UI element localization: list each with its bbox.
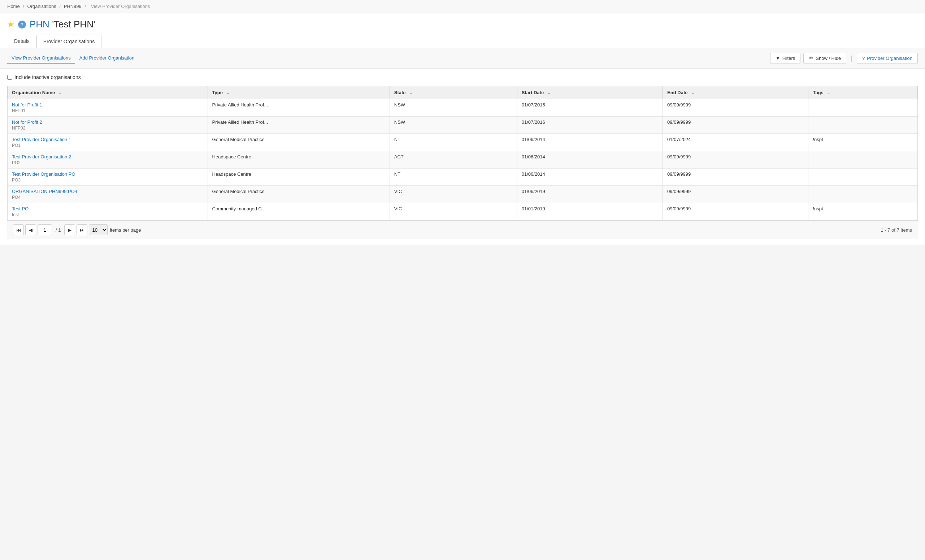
cell-type: Private Allied Health Prof... [208, 99, 390, 117]
breadcrumb-organisations[interactable]: Organisations [27, 4, 56, 9]
help-circle-icon: ? [862, 56, 865, 61]
items-per-page-container: 10 25 50 100 items per page [89, 224, 141, 235]
breadcrumb-current: View Provider Organisations [91, 4, 150, 9]
filters-button[interactable]: ▼ Filters [770, 53, 800, 64]
col-header-start-date[interactable]: Start Date ⌄ [517, 86, 663, 99]
cell-end-date: 09/09/9999 [663, 99, 808, 117]
table-header: Organisation Name ⌄ Type ⌄ State ⌄ Start… [8, 86, 918, 99]
filter-row: Include inactive organisations [7, 74, 918, 80]
page-title-row: ★ ? PHN 'Test PHN' [7, 19, 918, 30]
pagination-controls: ⏮ ◀ / 1 ▶ ⏭ 10 25 50 100 items per page [13, 224, 141, 235]
provider-organisations-table: Organisation Name ⌄ Type ⌄ State ⌄ Start… [7, 86, 918, 221]
sort-tags-icon: ⌄ [827, 90, 830, 95]
org-code: NFP02 [12, 126, 203, 131]
sort-state-icon: ⌄ [409, 90, 412, 95]
show-hide-button[interactable]: 👁 Show / Hide [803, 53, 846, 64]
cell-org-name: Test Provider Organisation PO PO3 [8, 168, 208, 186]
table-row: Test Provider Organisation 2 PO2 Headspa… [8, 151, 918, 168]
cell-org-name: Test Provider Organisation 2 PO2 [8, 151, 208, 168]
sort-start-date-icon: ⌄ [547, 90, 551, 95]
org-name-link[interactable]: Test PO [12, 206, 203, 212]
cell-end-date: 09/09/9999 [663, 186, 808, 203]
content-area: View Provider Organisations Add Provider… [0, 48, 925, 245]
provider-organisation-help-button[interactable]: ? Provider Organisation [857, 53, 918, 64]
cell-type: Headspace Centre [208, 151, 390, 168]
include-inactive-text: Include inactive organisations [14, 74, 81, 80]
cell-tags [808, 99, 918, 117]
tabs-container: Details Provider Organisations [7, 34, 918, 48]
sort-org-name-icon: ⌄ [59, 90, 62, 95]
cell-type: General Medical Practice [208, 186, 390, 203]
eye-icon: 👁 [809, 56, 814, 61]
favorite-star-icon[interactable]: ★ [7, 20, 14, 29]
col-header-end-date[interactable]: End Date ⌄ [663, 86, 808, 99]
cell-type: Private Allied Health Prof... [208, 117, 390, 134]
org-code: PO4 [12, 195, 203, 200]
page-total: / 1 [53, 227, 63, 233]
help-icon[interactable]: ? [18, 21, 26, 29]
tab-provider-organisations[interactable]: Provider Organisations [36, 35, 101, 48]
cell-end-date: 09/09/9999 [663, 168, 808, 186]
phn-link[interactable]: PHN [30, 19, 50, 30]
view-provider-organisations-link[interactable]: View Provider Organisations [7, 53, 75, 63]
cell-org-name: Not for Profit 1 NFP01 [8, 99, 208, 117]
sort-type-icon: ⌄ [226, 90, 230, 95]
cell-tags [808, 168, 918, 186]
col-header-tags[interactable]: Tags ⌄ [808, 86, 918, 99]
next-page-button[interactable]: ▶ [64, 224, 75, 235]
col-header-type[interactable]: Type ⌄ [208, 86, 390, 99]
first-page-button[interactable]: ⏮ [13, 224, 24, 235]
cell-start-date: 01/06/2014 [517, 168, 663, 186]
add-provider-organisation-link[interactable]: Add Provider Organisation [75, 53, 139, 63]
org-name-link[interactable]: Test Provider Organisation 1 [12, 137, 203, 142]
cell-end-date: 01/07/2024 [663, 134, 808, 151]
org-name-link[interactable]: Not for Profit 2 [12, 119, 203, 125]
pagination: ⏮ ◀ / 1 ▶ ⏭ 10 25 50 100 items per page … [7, 221, 918, 239]
breadcrumb-home[interactable]: Home [7, 4, 20, 9]
org-code: PO1 [12, 143, 203, 148]
cell-tags [808, 186, 918, 203]
include-inactive-checkbox[interactable] [7, 75, 12, 80]
breadcrumb-phn999[interactable]: PHN999 [64, 4, 81, 9]
cell-type: General Medical Practice [208, 134, 390, 151]
org-name-link[interactable]: ORGANISATION PHN999:PO4 [12, 189, 203, 194]
toolbar-divider: | [849, 54, 854, 62]
page-number-input[interactable] [38, 224, 52, 235]
items-total: 1 - 7 of 7 Items [881, 227, 912, 233]
main-content: Include inactive organisations Organisat… [0, 69, 925, 245]
table-row: Not for Profit 2 NFP02 Private Allied He… [8, 117, 918, 134]
cell-start-date: 01/06/2019 [517, 186, 663, 203]
prev-page-button[interactable]: ◀ [25, 224, 36, 235]
table-body: Not for Profit 1 NFP01 Private Allied He… [8, 99, 918, 221]
sort-end-date-icon: ⌄ [691, 90, 694, 95]
col-header-org-name[interactable]: Organisation Name ⌄ [8, 86, 208, 99]
cell-state: NT [390, 168, 517, 186]
include-inactive-label[interactable]: Include inactive organisations [7, 74, 81, 80]
cell-end-date: 09/09/9999 [663, 151, 808, 168]
last-page-button[interactable]: ⏭ [77, 224, 87, 235]
cell-org-name: Test Provider Organisation 1 PO1 [8, 134, 208, 151]
breadcrumb: Home / Organisations / PHN999 / View Pro… [0, 0, 925, 13]
toolbar-right: ▼ Filters 👁 Show / Hide | ? Provider Org… [770, 53, 918, 64]
org-name-link[interactable]: Not for Profit 1 [12, 102, 203, 108]
cell-org-name: Test PO test [8, 203, 208, 221]
org-name-link[interactable]: Test Provider Organisation PO [12, 171, 203, 177]
org-code: PO2 [12, 160, 203, 165]
table-row: Test PO test Community-managed C... VIC … [8, 203, 918, 221]
cell-tags: !nspt [808, 203, 918, 221]
col-header-state[interactable]: State ⌄ [390, 86, 517, 99]
cell-start-date: 01/07/2015 [517, 99, 663, 117]
table-row: Test Provider Organisation PO PO3 Headsp… [8, 168, 918, 186]
org-name-link[interactable]: Test Provider Organisation 2 [12, 154, 203, 159]
items-per-page-label: items per page [110, 227, 141, 233]
cell-start-date: 01/06/2014 [517, 151, 663, 168]
tab-details[interactable]: Details [7, 34, 36, 48]
items-per-page-select[interactable]: 10 25 50 100 [89, 224, 108, 235]
page-title-name: 'Test PHN' [52, 19, 95, 30]
table-row: ORGANISATION PHN999:PO4 PO4 General Medi… [8, 186, 918, 203]
cell-start-date: 01/01/2019 [517, 203, 663, 221]
cell-state: ACT [390, 151, 517, 168]
org-code: PO3 [12, 177, 203, 183]
cell-state: NSW [390, 117, 517, 134]
cell-tags [808, 117, 918, 134]
